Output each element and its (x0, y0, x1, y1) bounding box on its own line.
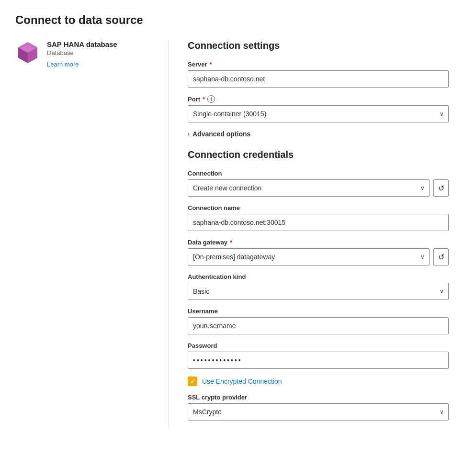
password-label: Password (188, 342, 449, 349)
use-encrypted-checkbox[interactable]: ✓ (188, 376, 197, 386)
connection-name-input[interactable] (188, 214, 449, 231)
page-title: Connect to data source (15, 13, 449, 27)
port-label: Port * i (188, 95, 449, 103)
encrypted-connection-group: ✓ Use Encrypted Connection (188, 376, 449, 386)
learn-more-link[interactable]: Learn more (47, 61, 79, 68)
data-gateway-required-star: * (230, 239, 232, 246)
auth-kind-select[interactable]: Basic OAuth Windows (188, 283, 449, 300)
page-container: Connect to data source (0, 0, 464, 442)
connector-type: Database (47, 49, 117, 56)
connector-name: SAP HANA database (47, 40, 117, 48)
advanced-options-toggle[interactable]: › Advanced options (188, 130, 449, 138)
server-field-group: Server * (188, 61, 449, 88)
advanced-options-label: Advanced options (192, 130, 250, 138)
connector-info: SAP HANA database Database Learn more (15, 40, 153, 68)
server-required-star: * (209, 61, 212, 68)
port-field-group: Port * i Single-container (30015) Multip… (188, 95, 449, 122)
connection-select-wrapper: Create new connection Use existing conne… (188, 179, 430, 197)
data-gateway-select[interactable]: [On-premises] datagateway None (188, 248, 430, 266)
ssl-provider-label: SSL crypto provider (188, 394, 449, 401)
connection-field-group: Connection Create new connection Use exi… (188, 170, 449, 197)
connector-text: SAP HANA database Database Learn more (47, 40, 117, 68)
data-gateway-select-with-refresh: [On-premises] datagateway None ∨ ↺ (188, 248, 449, 266)
right-panel: Connection settings Server * Port * i (169, 40, 449, 428)
data-gateway-refresh-icon: ↺ (438, 253, 444, 262)
left-panel: SAP HANA database Database Learn more (15, 40, 169, 428)
connection-name-field-group: Connection name (188, 204, 449, 231)
auth-kind-select-wrapper: Basic OAuth Windows ∨ (188, 283, 449, 300)
auth-kind-label: Authentication kind (188, 273, 449, 280)
connector-icon (15, 40, 40, 66)
use-encrypted-label[interactable]: Use Encrypted Connection (202, 377, 282, 385)
server-label: Server * (188, 61, 449, 68)
port-select[interactable]: Single-container (30015) Multiple-contai… (188, 105, 449, 122)
content-layout: SAP HANA database Database Learn more Co… (15, 40, 449, 428)
port-required-star: * (203, 96, 205, 103)
connection-name-label: Connection name (188, 204, 449, 211)
password-field-group: Password (188, 342, 449, 369)
connection-credentials-title: Connection credentials (188, 149, 449, 160)
port-select-wrapper: Single-container (30015) Multiple-contai… (188, 105, 449, 122)
connection-refresh-button[interactable]: ↺ (433, 179, 449, 197)
connection-refresh-icon: ↺ (438, 184, 444, 193)
auth-kind-field-group: Authentication kind Basic OAuth Windows … (188, 273, 449, 300)
encrypted-connection-row: ✓ Use Encrypted Connection (188, 376, 449, 386)
ssl-provider-field-group: SSL crypto provider MsCrypto OpenSSL ∨ (188, 394, 449, 421)
connection-select[interactable]: Create new connection Use existing conne… (188, 179, 430, 197)
data-gateway-label: Data gateway * (188, 239, 449, 246)
checkmark-icon: ✓ (190, 378, 195, 385)
ssl-provider-select[interactable]: MsCrypto OpenSSL (188, 403, 449, 421)
data-gateway-field-group: Data gateway * [On-premises] datagateway… (188, 239, 449, 266)
connection-settings-title: Connection settings (188, 40, 449, 51)
password-input[interactable] (188, 352, 449, 369)
data-gateway-select-wrapper: [On-premises] datagateway None ∨ (188, 248, 430, 266)
port-info-icon[interactable]: i (207, 95, 215, 103)
connection-select-with-refresh: Create new connection Use existing conne… (188, 179, 449, 197)
connection-label: Connection (188, 170, 449, 177)
server-input[interactable] (188, 70, 449, 88)
ssl-provider-select-wrapper: MsCrypto OpenSSL ∨ (188, 403, 449, 421)
data-gateway-refresh-button[interactable]: ↺ (433, 248, 449, 266)
advanced-options-chevron-icon: › (188, 131, 190, 137)
username-label: Username (188, 308, 449, 315)
username-field-group: Username (188, 308, 449, 334)
username-input[interactable] (188, 317, 449, 334)
